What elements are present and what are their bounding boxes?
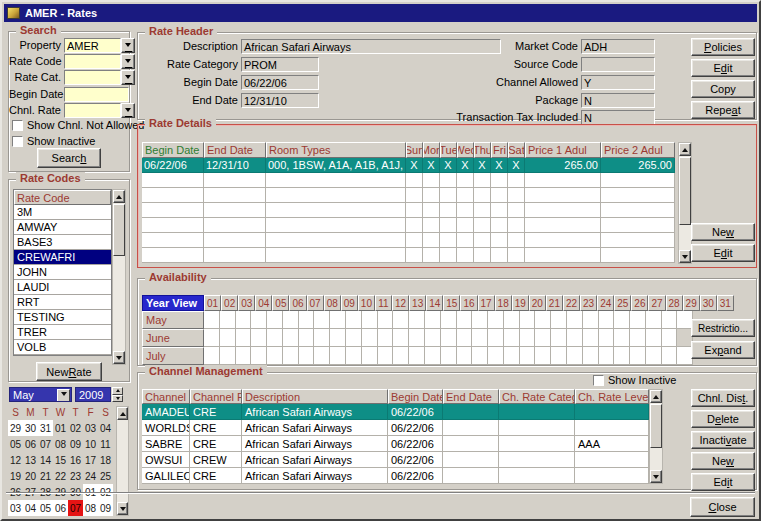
- calendar-day[interactable]: 14: [38, 452, 53, 468]
- calendar-day[interactable]: 09: [68, 436, 83, 452]
- rate-details-column-header[interactable]: Wed: [457, 142, 474, 158]
- availability-cell[interactable]: [646, 347, 662, 365]
- rate-code-item[interactable]: 3M: [14, 205, 111, 220]
- policies-button[interactable]: Policies: [691, 38, 755, 56]
- channel-column-header[interactable]: Description: [242, 389, 388, 404]
- availability-cell[interactable]: [267, 329, 283, 347]
- availability-cell[interactable]: [409, 347, 425, 365]
- availability-cell[interactable]: [441, 311, 457, 329]
- search-button[interactable]: Search: [37, 148, 101, 168]
- availability-cell[interactable]: [630, 347, 646, 365]
- rate-details-column-header[interactable]: Thu: [474, 142, 491, 158]
- availability-cell[interactable]: [236, 329, 252, 347]
- availability-cell[interactable]: [504, 329, 520, 347]
- availability-cell[interactable]: [583, 329, 599, 347]
- availability-cell[interactable]: [425, 329, 441, 347]
- chnl-dist-button[interactable]: Chnl. Dist.: [691, 389, 755, 407]
- availability-cell[interactable]: [393, 311, 409, 329]
- package-field[interactable]: N: [581, 93, 655, 108]
- availability-cell[interactable]: [299, 347, 315, 365]
- channel-column-header[interactable]: Begin Date: [388, 389, 443, 404]
- availability-cell[interactable]: [425, 347, 441, 365]
- availability-cell[interactable]: [551, 347, 567, 365]
- availability-cell[interactable]: [378, 329, 394, 347]
- calendar-day[interactable]: 05: [8, 436, 23, 452]
- availability-cell[interactable]: [472, 311, 488, 329]
- year-view-cell[interactable]: Year View: [142, 295, 204, 311]
- show-inactive-search-checkbox[interactable]: [12, 136, 23, 147]
- availability-cell[interactable]: [267, 347, 283, 365]
- calendar-day[interactable]: 02: [68, 420, 83, 436]
- availability-cell[interactable]: [535, 347, 551, 365]
- availability-cell[interactable]: [488, 347, 504, 365]
- availability-cell[interactable]: [299, 311, 315, 329]
- availability-cell[interactable]: [472, 329, 488, 347]
- availability-cell[interactable]: [457, 311, 473, 329]
- availability-cell[interactable]: [409, 311, 425, 329]
- availability-cell[interactable]: [488, 329, 504, 347]
- scrollbar-thumb[interactable]: [650, 404, 662, 448]
- availability-cell[interactable]: [488, 311, 504, 329]
- rate-code-item[interactable]: RRT: [14, 295, 111, 310]
- availability-cell[interactable]: [583, 347, 599, 365]
- calendar-month-select[interactable]: May: [9, 387, 72, 402]
- channel-column-header[interactable]: Ch. Rate Level: [575, 389, 649, 404]
- calendar-day[interactable]: 06: [23, 436, 38, 452]
- rate-details-empty-row[interactable]: [142, 173, 675, 188]
- calendar-day[interactable]: 05: [38, 500, 53, 516]
- rate-code-item[interactable]: TRER: [14, 325, 111, 340]
- scrollbar-thumb[interactable]: [113, 204, 125, 256]
- rate-details-column-header[interactable]: Price 1 Adul: [525, 142, 601, 158]
- availability-cell[interactable]: [204, 347, 220, 365]
- channel-allowed-field[interactable]: Y: [581, 75, 655, 90]
- property-input[interactable]: [64, 38, 121, 53]
- availability-cell[interactable]: [504, 311, 520, 329]
- calendar-day[interactable]: 24: [83, 468, 98, 484]
- availability-cell[interactable]: [520, 329, 536, 347]
- rate-codes-scrollbar[interactable]: [112, 189, 126, 365]
- rate-code-item[interactable]: BASE3: [14, 235, 111, 250]
- channel-column-header[interactable]: End Date: [443, 389, 499, 404]
- rate-code-item[interactable]: LAUDI: [14, 280, 111, 295]
- channel-row[interactable]: GALILEO CRE African Safari Airways 06/22…: [142, 468, 649, 484]
- market-code-field[interactable]: ADH: [581, 39, 655, 54]
- rate-code-item[interactable]: JOHN: [14, 265, 111, 280]
- calendar-day[interactable]: 31: [38, 420, 53, 436]
- availability-cell[interactable]: [220, 347, 236, 365]
- availability-cell[interactable]: [378, 347, 394, 365]
- availability-cell[interactable]: [314, 329, 330, 347]
- expand-button[interactable]: Expand: [691, 341, 755, 359]
- availability-cell[interactable]: [457, 347, 473, 365]
- availability-cell[interactable]: [346, 329, 362, 347]
- availability-cell[interactable]: [567, 329, 583, 347]
- show-chnl-not-allowed-checkbox[interactable]: [12, 120, 23, 131]
- new-rate-detail-button[interactable]: New: [691, 223, 755, 241]
- rate-details-column-header[interactable]: Mon: [423, 142, 440, 158]
- channel-column-header[interactable]: Ch. Rate Category: [499, 389, 575, 404]
- calendar-day[interactable]: 09: [98, 500, 113, 516]
- calendar-day[interactable]: 04: [98, 420, 113, 436]
- calendar-day[interactable]: 15: [53, 452, 68, 468]
- edit-rate-detail-button[interactable]: Edit: [691, 244, 755, 262]
- copy-button[interactable]: Copy: [691, 80, 755, 98]
- rate-code-column-header[interactable]: Rate Code: [14, 190, 111, 205]
- channel-column-header[interactable]: Channel Rate: [190, 389, 242, 404]
- availability-cell[interactable]: [441, 329, 457, 347]
- availability-cell[interactable]: [251, 347, 267, 365]
- availability-cell[interactable]: [267, 311, 283, 329]
- calendar-day[interactable]: 03: [8, 500, 23, 516]
- rate-details-column-header[interactable]: Sat: [508, 142, 525, 158]
- rate-details-column-header[interactable]: Tue: [440, 142, 457, 158]
- calendar-day[interactable]: 17: [83, 452, 98, 468]
- inactivate-button[interactable]: Inactivate: [691, 431, 755, 449]
- scroll-up-button[interactable]: [117, 407, 128, 420]
- edit-header-button[interactable]: Edit: [691, 59, 755, 77]
- channel-row[interactable]: AMADEUS CRE African Safari Airways 06/22…: [142, 404, 649, 420]
- scroll-up-button[interactable]: [113, 190, 125, 203]
- scroll-up-button[interactable]: [650, 390, 662, 403]
- availability-cell[interactable]: [646, 311, 662, 329]
- scroll-down-button[interactable]: [117, 502, 128, 515]
- availability-cell[interactable]: [220, 329, 236, 347]
- availability-cell[interactable]: [457, 329, 473, 347]
- availability-cell[interactable]: [283, 347, 299, 365]
